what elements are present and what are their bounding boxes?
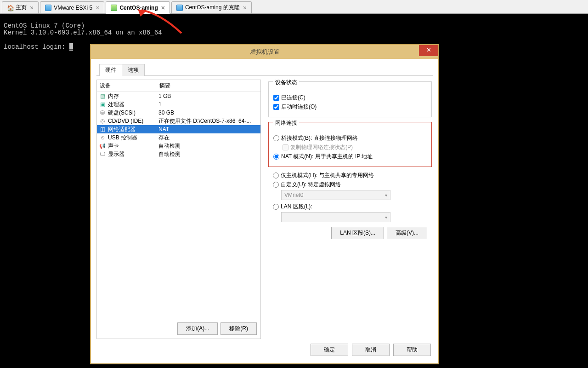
add-device-button[interactable]: 添加(A)...	[177, 322, 218, 335]
disc-icon	[99, 118, 106, 124]
network-icon	[99, 126, 106, 132]
close-icon[interactable]: ×	[30, 5, 34, 11]
chevron-down-icon: ▾	[385, 215, 387, 220]
hostonly-radio[interactable]: 仅主机模式(H): 与主机共享的专用网络	[273, 172, 427, 179]
cpu-icon	[99, 101, 106, 108]
lanseg-select: ▾	[281, 212, 390, 222]
app-tab-bar: 主页 × VMware ESXi 5 × CentOS-aming × Cent…	[0, 0, 588, 14]
vmnet-select: VMnet0▾	[281, 190, 390, 200]
tab-centos-aming[interactable]: CentOS-aming ×	[106, 1, 170, 14]
device-row-cddvd[interactable]: CD/DVD (IDE)正在使用文件 D:\CentOS-7-x86_64-..…	[97, 117, 260, 125]
group-legend: 网络连接	[273, 119, 299, 127]
nat-radio[interactable]: NAT 模式(N): 用于共享主机的 IP 地址	[273, 153, 427, 161]
vm-icon	[176, 5, 183, 11]
close-icon[interactable]: ×	[243, 5, 247, 11]
vm-running-icon	[111, 5, 117, 11]
lan-segments-button[interactable]: LAN 区段(S)...	[331, 227, 384, 239]
device-status-group: 设备状态 已连接(C) 启动时连接(O)	[268, 81, 432, 117]
tab-label: VMware ESXi 5	[54, 5, 92, 11]
device-list[interactable]: 内存1 GB 处理器1 硬盘(SCSI)30 GB CD/DVD (IDE)正在…	[97, 92, 260, 319]
tab-label: 主页	[16, 4, 27, 12]
device-list-header: 设备 摘要	[97, 80, 260, 92]
dialog-close-button[interactable]: ✕	[419, 45, 438, 56]
chevron-down-icon: ▾	[385, 193, 387, 198]
dialog-tabstrip: 硬件 选项	[96, 63, 433, 76]
dialog-title: 虚拟机设置	[250, 48, 280, 56]
vm-settings-dialog: 虚拟机设置 ✕ 硬件 选项 设备 摘要 内存1 GB 处理器1 硬盘(SCSI)…	[90, 44, 439, 364]
bridge-radio[interactable]: 桥接模式(B): 直接连接物理网络	[273, 134, 427, 142]
custom-radio[interactable]: 自定义(U): 特定虚拟网络	[273, 181, 427, 189]
device-settings-panel: 设备状态 已连接(C) 启动时连接(O) 网络连接 桥接模式(B): 直接连接物…	[267, 80, 433, 339]
device-row-display[interactable]: 显示器自动检测	[97, 150, 260, 158]
tab-label: CentOS-aming 的克隆	[185, 4, 240, 12]
col-summary: 摘要	[159, 82, 258, 90]
home-icon	[7, 5, 13, 11]
device-list-panel: 设备 摘要 内存1 GB 处理器1 硬盘(SCSI)30 GB CD/DVD (…	[96, 80, 261, 339]
display-icon	[99, 151, 106, 157]
usb-icon	[99, 134, 106, 141]
disk-icon	[99, 109, 106, 116]
device-row-sound[interactable]: 声卡自动检测	[97, 142, 260, 150]
terminal-line: CentOS Linux 7 (Core)	[4, 22, 85, 29]
tab-esxi[interactable]: VMware ESXi 5 ×	[40, 1, 104, 13]
device-row-network[interactable]: 网络适配器NAT	[97, 125, 260, 133]
login-prompt: localhost login:	[4, 43, 69, 51]
close-icon[interactable]: ×	[96, 5, 99, 11]
device-row-usb[interactable]: USB 控制器存在	[97, 133, 260, 142]
group-legend: 设备状态	[273, 79, 299, 86]
help-button[interactable]: 帮助	[393, 344, 431, 356]
cursor-icon: _	[69, 43, 73, 51]
device-row-cpu[interactable]: 处理器1	[97, 100, 260, 109]
lanseg-radio[interactable]: LAN 区段(L):	[273, 203, 427, 211]
connected-checkbox[interactable]: 已连接(C)	[273, 94, 427, 102]
replicate-checkbox: 复制物理网络连接状态(P)	[283, 144, 427, 151]
col-device: 设备	[100, 82, 159, 90]
tab-hardware[interactable]: 硬件	[99, 64, 122, 76]
cancel-button[interactable]: 取消	[352, 344, 390, 356]
close-icon[interactable]: ×	[161, 5, 165, 11]
remove-device-button[interactable]: 移除(R)	[220, 322, 257, 335]
network-connection-group: 网络连接 桥接模式(B): 直接连接物理网络 复制物理网络连接状态(P) NAT…	[268, 122, 432, 167]
advanced-button[interactable]: 高级(V)...	[387, 227, 427, 239]
tab-label: CentOS-aming	[119, 5, 158, 11]
dialog-titlebar[interactable]: 虚拟机设置 ✕	[91, 45, 438, 59]
device-row-memory[interactable]: 内存1 GB	[97, 92, 260, 100]
ok-button[interactable]: 确定	[311, 344, 348, 356]
tab-home[interactable]: 主页 ×	[2, 1, 39, 13]
tab-centos-clone[interactable]: CentOS-aming 的克隆 ×	[171, 1, 252, 13]
tab-options[interactable]: 选项	[122, 64, 145, 76]
dialog-footer: 确定 取消 帮助	[96, 339, 433, 359]
memory-icon	[99, 93, 106, 99]
sound-icon	[99, 143, 106, 149]
vm-icon	[45, 5, 51, 11]
connect-onstart-checkbox[interactable]: 启动时连接(O)	[273, 103, 427, 111]
device-row-disk[interactable]: 硬盘(SCSI)30 GB	[97, 109, 260, 117]
terminal-line: Kernel 3.10.0-693.el7.x86_64 on an x86_6…	[4, 29, 162, 36]
